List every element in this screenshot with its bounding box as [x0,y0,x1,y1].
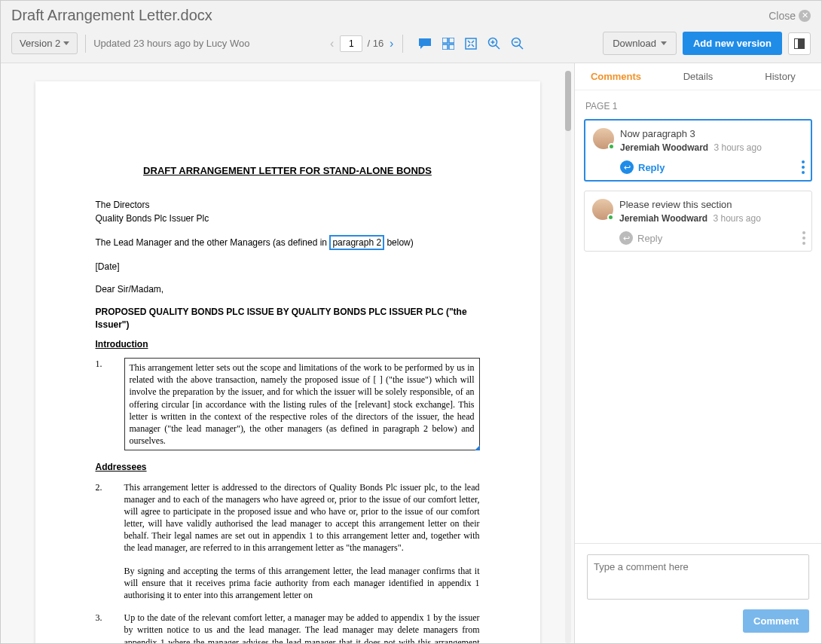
svg-rect-1 [449,38,454,43]
compose-area: Comment [575,543,821,643]
para-text: This arrangement letter is addressed to … [124,481,480,554]
toolbar: Version 2 Updated 23 hours ago by Lucy W… [1,27,821,63]
chevron-down-icon [63,41,69,45]
date-line: [Date] [96,261,480,273]
chevron-down-icon [661,41,667,45]
toggle-sidebar-button[interactable] [788,32,811,55]
download-button[interactable]: Download [603,32,677,55]
addressee-line: The Directors [96,199,480,211]
avatar [593,128,614,149]
svg-rect-3 [449,44,454,50]
panel-right-icon [794,38,805,49]
scrollbar[interactable] [565,71,571,643]
reply-icon: ↩ [620,160,634,174]
comment-icon[interactable] [418,38,432,50]
comments-list: PAGE 1 Now paragraph 3 Jeremiah Woodward… [575,90,821,543]
tab-history[interactable]: History [739,63,821,90]
page-number-input[interactable] [340,35,362,52]
subject-line: PROPOSED QUALITY BONDS PLC ISSUE BY QUAL… [96,306,480,330]
version-dropdown[interactable]: Version 2 [11,32,78,54]
zoom-out-icon[interactable] [511,37,524,50]
version-label: Version 2 [20,38,60,49]
svg-line-6 [496,45,500,49]
updated-text: Updated 23 hours ago by Lucy Woo [93,38,249,49]
para-text: Up to the date of the relevant comfort l… [124,612,480,643]
svg-rect-0 [442,38,448,43]
doc-heading: DRAFT ARRANGEMENT LETTER FOR STAND-ALONE… [96,164,480,178]
fullscreen-icon[interactable] [465,38,477,50]
comment-time: 3 hours ago [713,213,760,224]
comment-meta: Jeremiah Woodward 3 hours ago [619,213,804,224]
tab-details[interactable]: Details [657,63,739,90]
tab-comments[interactable]: Comments [575,63,657,90]
reply-button[interactable]: ↩ Reply [619,231,804,245]
comment-input[interactable] [587,554,809,600]
lead-manager-line: The Lead Manager and the other Managers … [96,235,480,250]
scrollbar-thumb[interactable] [565,71,571,131]
sidebar-tabs: Comments Details History [575,63,821,90]
comments-page-label: PAGE 1 [585,101,812,111]
close-label: Close [769,10,796,22]
section-heading: Introduction [96,338,480,350]
comment-card[interactable]: Please review this section Jeremiah Wood… [584,191,812,252]
paragraph-1: 1. This arrangement letter sets out the … [96,358,480,450]
reply-button[interactable]: ↩ Reply [620,160,803,174]
comment-time: 3 hours ago [714,142,761,153]
divider [85,35,86,53]
page-next-button[interactable]: › [388,37,395,50]
add-version-button[interactable]: Add new version [683,32,782,55]
avatar [592,199,613,220]
presence-dot-icon [608,143,615,150]
resize-handle-icon[interactable] [475,445,480,450]
comment-highlight[interactable]: paragraph 2 [329,235,384,250]
para-number: 2. [96,481,106,602]
post-comment-button[interactable]: Comment [743,609,809,633]
close-icon: ✕ [799,10,811,22]
document-page: DRAFT ARRANGEMENT LETTER FOR STAND-ALONE… [35,81,540,643]
reply-label: Reply [637,233,662,244]
comment-author: Jeremiah Woodward [620,142,708,153]
para-number: 1. [96,358,106,450]
para-text: By signing and accepting the terms of th… [124,565,480,602]
view-tools [418,37,524,50]
reply-icon: ↩ [619,231,633,245]
selected-paragraph-box[interactable]: This arrangement letter sets out the sco… [124,358,480,450]
svg-rect-2 [442,44,448,50]
svg-line-10 [519,45,523,49]
reply-label: Reply [638,162,665,173]
page-total: / 16 [367,38,383,49]
document-viewport[interactable]: DRAFT ARRANGEMENT LETTER FOR STAND-ALONE… [1,63,574,643]
zoom-in-icon[interactable] [487,37,500,50]
close-button[interactable]: Close ✕ [769,10,811,22]
right-sidebar: Comments Details History PAGE 1 Now para… [574,63,821,643]
comment-author: Jeremiah Woodward [619,213,707,224]
comment-menu-button[interactable] [802,160,805,174]
text: below) [384,237,414,248]
paragraph-3: 3. Up to the date of the relevant comfor… [96,612,480,643]
comment-meta: Jeremiah Woodward 3 hours ago [620,142,803,153]
divider [402,35,403,53]
presence-dot-icon [607,214,614,221]
comment-menu-button[interactable] [802,231,805,245]
comment-card[interactable]: Now paragraph 3 Jeremiah Woodward 3 hour… [584,119,812,182]
para-text: This arrangement letter sets out the sco… [130,362,475,446]
section-heading: Addressees [96,461,480,473]
svg-rect-4 [466,38,476,49]
download-label: Download [613,38,656,49]
grid-view-icon[interactable] [442,38,454,50]
document-title: Draft Arrangement Letter.docx [11,7,212,24]
titlebar: Draft Arrangement Letter.docx Close ✕ [1,1,821,27]
paragraph-2: 2. This arrangement letter is addressed … [96,481,480,602]
salutation: Dear Sir/Madam, [96,283,480,295]
addressee-line: Quality Bonds Plc Issuer Plc [96,212,480,224]
para-number: 3. [96,612,106,643]
page-prev-button[interactable]: ‹ [328,37,335,50]
comment-text: Now paragraph 3 [620,128,803,139]
text: The Lead Manager and the other Managers … [96,237,330,248]
comment-text: Please review this section [619,199,804,210]
pager: ‹ / 16 › [328,35,395,52]
